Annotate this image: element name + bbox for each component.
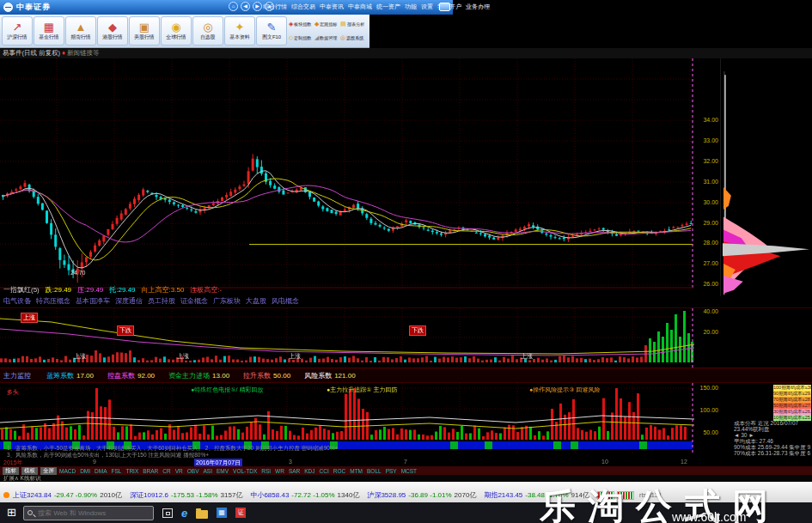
indicator-tab-KDJ[interactable]: KDJ — [304, 468, 314, 474]
indicator-tab-VR[interactable]: VR — [175, 468, 183, 474]
menu-item-中泰商城[interactable]: 中泰商城 — [348, 3, 372, 11]
concept-tag-大盘股[interactable]: 大盘股 — [246, 297, 266, 305]
extension-row[interactable]: 扩展∧ K线标识 — [0, 475, 812, 482]
toolbar-small-button-报表分析[interactable]: ▤报表分析 — [340, 17, 366, 31]
toolbar-button-图文F10[interactable]: ✎图文F10 — [256, 16, 287, 46]
metric-资金主力进场: 资金主力进场13.00 — [168, 371, 229, 380]
chip-distribution-panel[interactable] — [720, 58, 812, 296]
toolbar-small-button-选股系统[interactable]: ◎选股系统 — [340, 31, 366, 45]
candlestick-chart-canvas[interactable] — [0, 58, 694, 289]
trading-app-icon[interactable]: 证 — [235, 508, 246, 518]
low-axis-label-150.00: 150.00 — [694, 385, 718, 392]
toolbar-button-全球行情[interactable]: ◉全球行情 — [161, 16, 192, 46]
date-tick-7: 7 — [404, 459, 407, 465]
metric-label: 资金主力进场 — [168, 372, 210, 380]
task-view-icon[interactable] — [162, 508, 173, 518]
indicator-tab-SAR[interactable]: SAR — [289, 468, 300, 474]
indicator-tab-BOLL[interactable]: BOLL — [367, 468, 382, 474]
concept-tag-风电概念[interactable]: 风电概念 — [272, 297, 299, 305]
menu-item-设置[interactable]: 设置 — [421, 3, 433, 11]
quote-上证[interactable]: 上证3243.84-29.47 -0.90%2010亿 — [13, 490, 122, 500]
toolbar-button-港股行情[interactable]: ◆港股行情 — [97, 16, 128, 46]
indicator-tab-MACD[interactable]: MACD — [59, 468, 76, 474]
start-button[interactable]: ⊞ — [7, 502, 16, 523]
info-segment: 连板高空:- — [190, 286, 222, 294]
menu-item-综合行情[interactable]: 综合行情 — [263, 3, 287, 11]
main-chart-region: 34.0033.0032.0031.0030.0029.0028.0027.00… — [0, 58, 812, 307]
metric-label: 控盘系数 — [107, 372, 135, 380]
cost-line-5: 70%成本 26.31-28.73 集中度 6.9% — [734, 451, 811, 457]
menu-item-综合交易[interactable]: 综合交易 — [291, 3, 315, 11]
nav-back-button[interactable]: ◀ — [241, 2, 250, 11]
concept-tag-电气设备[interactable]: 电气设备 — [3, 297, 31, 305]
indicator-tab-VOL-TDX[interactable]: VOL-TDX — [233, 468, 257, 474]
indicator-tab-PSY[interactable]: PSY — [386, 468, 397, 474]
price-label-29.00: 29.00 — [694, 220, 718, 227]
quote-沪深[interactable]: 沪深3528.95-36.89 -1.01%2070亿 — [367, 490, 476, 500]
concept-tag-员工持股[interactable]: 员工持股 — [148, 297, 175, 305]
quote-深证[interactable]: 深证10912.6-175.53 -1.58%3157亿 — [130, 490, 242, 500]
search-input[interactable] — [36, 508, 139, 518]
metric-value: 92.00 — [137, 372, 155, 380]
indicator-tab-RSI[interactable]: RSI — [261, 468, 271, 474]
indicator-tab-CCI[interactable]: CCI — [320, 468, 329, 474]
indicator-tab-ASI[interactable]: ASI — [203, 468, 211, 474]
middle-indicator-canvas[interactable] — [0, 308, 694, 368]
indicator-tab-WR[interactable]: WR — [275, 468, 284, 474]
indicator-tab-DMA[interactable]: DMA — [95, 468, 107, 474]
price-label-27.00: 27.00 — [694, 260, 718, 267]
indicator-tab-MCST[interactable]: MCST — [401, 468, 417, 474]
titlebar-mini-button[interactable] — [439, 3, 450, 11]
quote-中小[interactable]: 中小6858.43-72.72 -1.05%1340亿 — [250, 490, 359, 500]
concept-tag-广东板块[interactable]: 广东板块 — [213, 297, 241, 305]
nav-forward-button[interactable]: ▶ — [253, 2, 262, 11]
indicator-tab-CR[interactable]: CR — [162, 468, 170, 474]
trend-marker-上涨: 上涨 — [74, 352, 86, 361]
indicator-tab-MTM[interactable]: MTM — [350, 468, 363, 474]
tab-模板[interactable]: 模板 — [21, 467, 38, 475]
indicator-tab-OBV[interactable]: OBV — [187, 468, 199, 474]
concept-tag-证金概念[interactable]: 证金概念 — [180, 297, 208, 305]
menu-item-业务办理[interactable]: 业务办理 — [466, 3, 490, 11]
main-force-monitor-label: 主力监控 — [3, 371, 31, 380]
menu-item-中泰资讯[interactable]: 中泰资讯 — [320, 3, 344, 11]
trend-marker-下跌: 下跌 — [117, 325, 134, 336]
news-link[interactable]: 新闻链接等 — [67, 49, 100, 57]
menu-item-功能[interactable]: 功能 — [405, 3, 417, 11]
toolbar-button-基金行情[interactable]: ▦基金行情 — [34, 16, 64, 46]
file-explorer-icon[interactable] — [196, 510, 208, 519]
menu-item-统一资产[interactable]: 统一资产 — [376, 3, 400, 11]
toolbar-small-button-定制指数[interactable]: ◇定制指数 — [289, 31, 314, 45]
indicator-tab-FSL[interactable]: FSL — [112, 468, 122, 474]
toolbar-button-沪深行情[interactable]: ↗沪深行情 — [2, 16, 33, 46]
toolbar-small-button-板块指数[interactable]: ◈板块指数 — [289, 17, 314, 31]
date-tick-9: 9 — [93, 459, 96, 465]
store-app-icon[interactable]: ▦ — [217, 508, 227, 518]
cost-line-0: 成本分布 近况 2016/07/07 — [734, 421, 811, 427]
toolbar-button-自选股[interactable]: ◎自选股 — [192, 16, 223, 46]
indicator-tab-TRIX[interactable]: TRIX — [125, 468, 138, 474]
legend-row: 90期筹码成本≤29.44 — [773, 391, 811, 397]
price-label-26.00: 26.00 — [694, 281, 718, 288]
toolbar-button-基本资料[interactable]: ✦基本资料 — [224, 16, 255, 46]
indicator-tab-EMV[interactable]: EMV — [217, 468, 229, 474]
indicator-tab-DMI[interactable]: DMI — [80, 468, 90, 474]
nav-home-button[interactable]: ⌂ — [229, 2, 238, 11]
concept-tag-基本面净车[interactable]: 基本面净车 — [76, 297, 110, 305]
concept-tag-深度通信[interactable]: 深度通信 — [115, 297, 143, 305]
toolbar-small-button-数据管理[interactable]: ◢数据管理 — [314, 31, 340, 45]
toolbar-button-期货行情[interactable]: ▲期货行情 — [65, 16, 96, 46]
edge-browser-icon[interactable]: e — [181, 508, 187, 519]
concept-tag-特高压概念[interactable]: 特高压概念 — [36, 297, 70, 305]
toolbar-button-美股行情[interactable]: ▣美股行情 — [129, 16, 160, 46]
trend-marker-上涨: 上涨 — [177, 352, 189, 361]
tab-全屏[interactable]: 全屏 — [40, 467, 57, 475]
small-button-label: 选股系统 — [346, 34, 363, 41]
tab-指标[interactable]: 指标 — [3, 467, 19, 475]
indicator-tab-BRAR[interactable]: BRAR — [143, 468, 158, 474]
taskbar-search[interactable] — [23, 506, 154, 520]
quote-amount: 2010亿 — [100, 491, 122, 499]
indicator-tab-ROC[interactable]: ROC — [333, 468, 345, 474]
toolbar-button-label: 自选股 — [200, 33, 216, 40]
toolbar-small-button-宏观指标[interactable]: ◆宏观指标 — [314, 17, 340, 31]
